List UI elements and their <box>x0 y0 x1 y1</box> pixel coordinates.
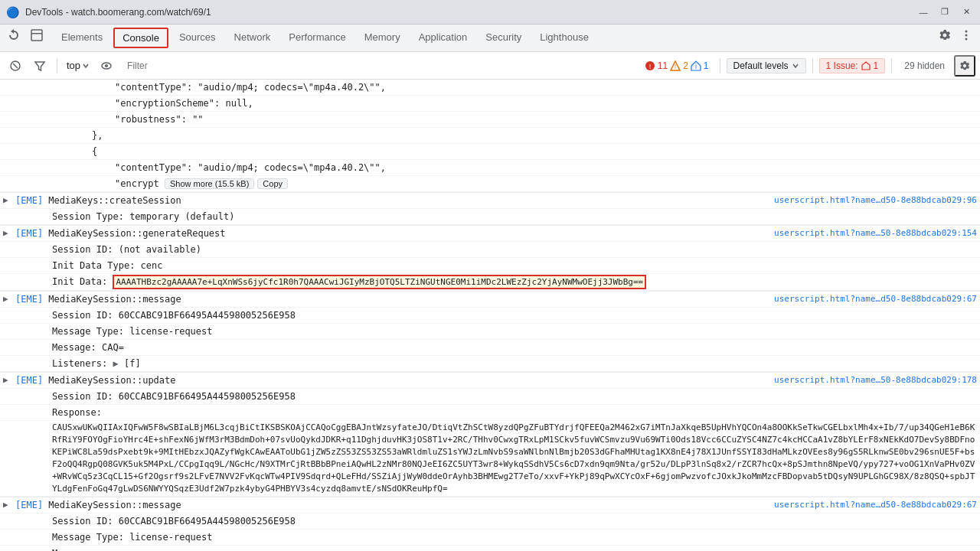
init-data-line: Init Data: AAAATHBzc2gAAAAA7e+LqXnWSs6jy… <box>0 274 980 291</box>
console-line: "robustness": "" <box>0 112 980 128</box>
session-type-line: Session Type: temporary (default) <box>0 209 980 225</box>
eme-generaterequest-line[interactable]: ▶ [EME] MediaKeySession::generateRequest… <box>0 225 980 242</box>
response-data-line: CAUSxwUKwQIIAxIQFwW5F8wSBIaLBjM6L3cqjBiC… <box>0 421 980 497</box>
more-options-button[interactable] <box>956 24 977 46</box>
session-id-line: Session ID: (not available) <box>0 242 980 258</box>
separator-2 <box>720 58 720 73</box>
filter-button[interactable] <box>29 55 51 77</box>
eme-message2-line[interactable]: ▶ [EME] MediaKeySession::message userscr… <box>0 497 980 514</box>
eme-message1-line[interactable]: ▶ [EME] MediaKeySession::message userscr… <box>0 291 980 308</box>
minimize-button[interactable]: — <box>916 5 931 20</box>
filter-input[interactable] <box>120 57 384 75</box>
svg-text:!: ! <box>649 63 652 70</box>
svg-text:i: i <box>695 63 697 70</box>
init-data-value: AAAATHBzc2gAAAAA7e+LqXnWSs6jyCfc1R0h7QAA… <box>113 275 646 289</box>
close-button[interactable]: ✕ <box>959 5 974 20</box>
favicon-icon: 🔵 <box>6 6 19 18</box>
tab-network[interactable]: Network <box>225 24 280 51</box>
tab-application[interactable]: Application <box>410 24 477 51</box>
console-line-showmore: "encrypt Show more (15.5 kB)Copy <box>0 176 980 192</box>
toolbar-icon-rotate[interactable] <box>3 24 24 46</box>
error-count: 11 <box>658 60 668 71</box>
default-levels-button[interactable]: Default levels <box>727 58 806 73</box>
issue-badge[interactable]: 1 Issue: 1 <box>819 58 886 73</box>
separator-3 <box>812 58 813 73</box>
issue-count: 1 <box>874 60 879 71</box>
toolbar-icon-dock[interactable] <box>26 24 47 46</box>
console-line: "contentType": "audio/mp4; codecs=\"mp4a… <box>0 160 980 176</box>
settings-button[interactable] <box>934 24 956 46</box>
listeners-arrow[interactable]: ▶ <box>113 358 118 369</box>
tab-memory[interactable]: Memory <box>355 24 410 51</box>
hidden-count[interactable]: 29 hidden <box>898 59 951 73</box>
eme-createsession-line[interactable]: ▶ [EME] MediaKeys::createSession userscr… <box>0 192 980 209</box>
top-context-selector[interactable]: top <box>64 60 93 71</box>
svg-point-4 <box>965 38 968 41</box>
tab-console[interactable]: Console <box>113 28 168 48</box>
session-id2-line: Session ID: 60CCABC91BF66495A44598005256… <box>0 308 980 324</box>
issue-text: 1 Issue: <box>826 60 858 71</box>
session-id4-line: Session ID: 60CCABC91BF66495A44598005256… <box>0 514 980 530</box>
session-id3-line: Session ID: 60CCABC91BF66495A44598005256… <box>0 389 980 405</box>
console-output: "contentType": "audio/mp4; codecs=\"mp4a… <box>0 80 980 551</box>
message-type-line: Message Type: license-request <box>0 324 980 340</box>
svg-line-6 <box>13 64 18 68</box>
svg-rect-0 <box>31 30 42 41</box>
copy-button[interactable]: Copy <box>257 178 288 189</box>
warning-count: 2 <box>683 60 688 71</box>
tab-performance[interactable]: Performance <box>279 24 354 51</box>
eye-icon-button[interactable] <box>96 55 117 77</box>
separator-1 <box>57 58 57 73</box>
expand-arrow-icon: ▶ <box>3 227 8 240</box>
tab-console-label: Console <box>122 32 159 44</box>
console-line: }, <box>0 128 980 144</box>
svg-point-2 <box>965 31 968 33</box>
maximize-button[interactable]: ❐ <box>937 5 952 20</box>
svg-rect-1 <box>31 33 42 34</box>
tab-lighthouse[interactable]: Lighthouse <box>531 24 598 51</box>
default-levels-label: Default levels <box>733 60 789 71</box>
window-title: DevTools - watch.boomerang.com/watch/69/… <box>25 7 910 18</box>
svg-point-8 <box>105 64 108 67</box>
console-line: { <box>0 144 980 160</box>
console-line: "encryptionScheme": null, <box>0 96 980 112</box>
separator-4 <box>891 58 892 73</box>
clear-console-button[interactable] <box>5 55 26 77</box>
listeners-line: Listeners: ▶ [f] <box>0 356 980 372</box>
message2-line: Message: <box>0 546 980 551</box>
message-type2-line: Message Type: license-request <box>0 530 980 546</box>
expand-arrow-icon: ▶ <box>3 194 8 207</box>
tab-sources[interactable]: Sources <box>170 24 225 51</box>
console-settings-button[interactable] <box>954 55 975 77</box>
tab-security[interactable]: Security <box>476 24 531 51</box>
response-label-line: Response: <box>0 405 980 421</box>
console-toolbar: top ! 11 ! 2 i 1 Default levels 1 Issue:… <box>0 52 980 80</box>
eme-update-line[interactable]: ▶ [EME] MediaKeySession::update userscri… <box>0 372 980 389</box>
info-count: 1 <box>704 60 709 71</box>
message-line: Message: CAQ= <box>0 340 980 356</box>
titlebar: 🔵 DevTools - watch.boomerang.com/watch/6… <box>0 0 980 24</box>
tab-elements[interactable]: Elements <box>52 24 112 51</box>
console-line: "contentType": "audio/mp4; codecs=\"mp4a… <box>0 80 980 96</box>
top-label: top <box>67 60 80 71</box>
expand-arrow-icon: ▶ <box>3 292 8 306</box>
svg-point-3 <box>965 34 968 37</box>
show-more-button[interactable]: Show more (15.5 kB) <box>165 178 254 189</box>
svg-text:!: ! <box>675 63 677 70</box>
devtools-tabbar: Elements Console Sources Network Perform… <box>0 24 980 52</box>
init-data-type-line: Init Data Type: cenc <box>0 258 980 274</box>
error-count-badge[interactable]: ! 11 ! 2 i 1 <box>640 60 714 71</box>
expand-arrow-icon: ▶ <box>3 498 8 512</box>
expand-arrow-icon: ▶ <box>3 373 8 387</box>
